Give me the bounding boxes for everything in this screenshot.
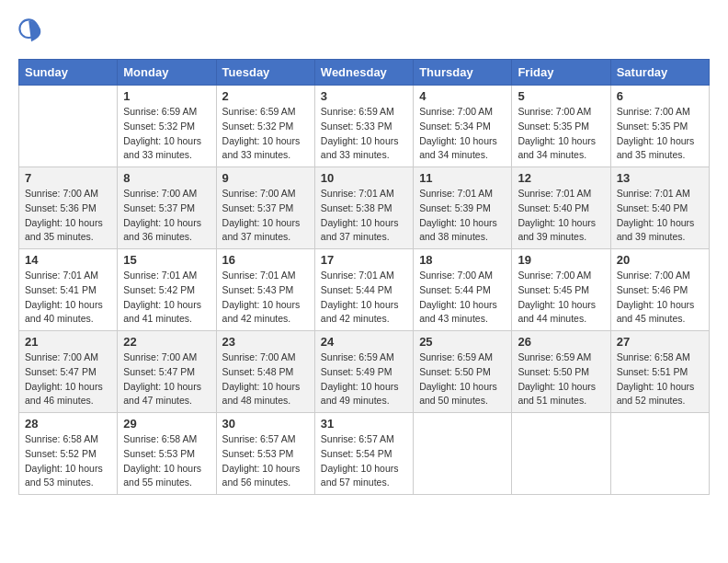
logo <box>18 18 48 44</box>
day-info: Sunrise: 7:00 AMSunset: 5:47 PMDaylight:… <box>25 351 103 406</box>
day-header-wednesday: Wednesday <box>314 60 413 86</box>
day-header-tuesday: Tuesday <box>216 60 314 86</box>
calendar-day: 25Sunrise: 6:59 AMSunset: 5:50 PMDayligh… <box>414 331 512 413</box>
calendar-day: 29Sunrise: 6:58 AMSunset: 5:53 PMDayligh… <box>118 413 216 495</box>
calendar-day: 22Sunrise: 7:00 AMSunset: 5:47 PMDayligh… <box>118 331 216 413</box>
calendar-day <box>512 413 610 495</box>
calendar-day: 3Sunrise: 6:59 AMSunset: 5:33 PMDaylight… <box>314 86 413 167</box>
calendar-week-1: 1Sunrise: 6:59 AMSunset: 5:32 PMDaylight… <box>19 86 710 167</box>
day-header-saturday: Saturday <box>610 60 709 86</box>
calendar-day: 13Sunrise: 7:01 AMSunset: 5:40 PMDayligh… <box>610 167 709 249</box>
day-number: 21 <box>25 335 111 349</box>
calendar-day: 1Sunrise: 6:59 AMSunset: 5:32 PMDaylight… <box>118 86 216 167</box>
day-number: 23 <box>222 335 309 349</box>
day-info: Sunrise: 6:59 AMSunset: 5:33 PMDaylight:… <box>321 106 399 160</box>
day-info: Sunrise: 7:00 AMSunset: 5:35 PMDaylight:… <box>518 106 596 160</box>
day-info: Sunrise: 7:01 AMSunset: 5:40 PMDaylight:… <box>518 188 596 242</box>
day-info: Sunrise: 6:59 AMSunset: 5:32 PMDaylight:… <box>123 106 201 160</box>
day-number: 16 <box>222 253 309 267</box>
page-header <box>18 18 710 44</box>
day-info: Sunrise: 6:57 AMSunset: 5:54 PMDaylight:… <box>321 433 399 488</box>
calendar-day: 16Sunrise: 7:01 AMSunset: 5:43 PMDayligh… <box>216 249 314 331</box>
calendar-day: 26Sunrise: 6:59 AMSunset: 5:50 PMDayligh… <box>512 331 610 413</box>
day-number: 25 <box>419 335 506 349</box>
calendar-day <box>610 413 709 495</box>
day-info: Sunrise: 7:01 AMSunset: 5:41 PMDaylight:… <box>25 270 103 324</box>
day-number: 29 <box>123 417 210 431</box>
day-header-friday: Friday <box>512 60 610 86</box>
calendar-day: 12Sunrise: 7:01 AMSunset: 5:40 PMDayligh… <box>512 167 610 249</box>
day-number: 31 <box>321 417 407 431</box>
calendar-week-5: 28Sunrise: 6:58 AMSunset: 5:52 PMDayligh… <box>19 413 710 495</box>
day-info: Sunrise: 7:00 AMSunset: 5:45 PMDaylight:… <box>518 270 596 324</box>
calendar-day: 15Sunrise: 7:01 AMSunset: 5:42 PMDayligh… <box>118 249 216 331</box>
day-info: Sunrise: 7:00 AMSunset: 5:47 PMDaylight:… <box>123 351 201 406</box>
day-number: 10 <box>321 171 407 185</box>
day-info: Sunrise: 7:00 AMSunset: 5:46 PMDaylight:… <box>617 270 695 324</box>
calendar-day: 17Sunrise: 7:01 AMSunset: 5:44 PMDayligh… <box>314 249 413 331</box>
day-number: 8 <box>123 171 210 185</box>
calendar-header: SundayMondayTuesdayWednesdayThursdayFrid… <box>19 60 710 86</box>
calendar-day: 5Sunrise: 7:00 AMSunset: 5:35 PMDaylight… <box>512 86 610 167</box>
day-number: 15 <box>123 253 210 267</box>
calendar-day: 4Sunrise: 7:00 AMSunset: 5:34 PMDaylight… <box>414 86 512 167</box>
calendar-day: 11Sunrise: 7:01 AMSunset: 5:39 PMDayligh… <box>414 167 512 249</box>
day-header-thursday: Thursday <box>414 60 512 86</box>
day-number: 18 <box>419 253 506 267</box>
day-number: 3 <box>321 89 407 103</box>
day-info: Sunrise: 7:01 AMSunset: 5:42 PMDaylight:… <box>123 270 201 324</box>
logo-icon <box>18 18 44 44</box>
calendar-day: 31Sunrise: 6:57 AMSunset: 5:54 PMDayligh… <box>314 413 413 495</box>
day-info: Sunrise: 7:01 AMSunset: 5:40 PMDaylight:… <box>617 188 695 242</box>
calendar-day: 19Sunrise: 7:00 AMSunset: 5:45 PMDayligh… <box>512 249 610 331</box>
day-info: Sunrise: 7:00 AMSunset: 5:44 PMDaylight:… <box>419 270 497 324</box>
calendar-day <box>19 86 118 167</box>
calendar-day: 2Sunrise: 6:59 AMSunset: 5:32 PMDaylight… <box>216 86 314 167</box>
day-number: 19 <box>518 253 604 267</box>
calendar-day <box>414 413 512 495</box>
calendar-week-4: 21Sunrise: 7:00 AMSunset: 5:47 PMDayligh… <box>19 331 710 413</box>
day-number: 9 <box>222 171 309 185</box>
calendar-day: 9Sunrise: 7:00 AMSunset: 5:37 PMDaylight… <box>216 167 314 249</box>
day-number: 1 <box>123 89 210 103</box>
day-info: Sunrise: 6:58 AMSunset: 5:53 PMDaylight:… <box>123 433 201 488</box>
day-number: 28 <box>25 417 111 431</box>
calendar-day: 18Sunrise: 7:00 AMSunset: 5:44 PMDayligh… <box>414 249 512 331</box>
day-number: 5 <box>518 89 604 103</box>
day-header-monday: Monday <box>118 60 216 86</box>
calendar-day: 10Sunrise: 7:01 AMSunset: 5:38 PMDayligh… <box>314 167 413 249</box>
calendar-day: 6Sunrise: 7:00 AMSunset: 5:35 PMDaylight… <box>610 86 709 167</box>
day-info: Sunrise: 7:00 AMSunset: 5:48 PMDaylight:… <box>222 351 301 406</box>
calendar-day: 23Sunrise: 7:00 AMSunset: 5:48 PMDayligh… <box>216 331 314 413</box>
day-info: Sunrise: 6:58 AMSunset: 5:52 PMDaylight:… <box>25 433 103 488</box>
day-number: 24 <box>321 335 407 349</box>
calendar-day: 7Sunrise: 7:00 AMSunset: 5:36 PMDaylight… <box>19 167 118 249</box>
day-number: 13 <box>617 171 703 185</box>
day-info: Sunrise: 7:00 AMSunset: 5:34 PMDaylight:… <box>419 106 497 160</box>
calendar-table: SundayMondayTuesdayWednesdayThursdayFrid… <box>18 59 710 495</box>
calendar-week-2: 7Sunrise: 7:00 AMSunset: 5:36 PMDaylight… <box>19 167 710 249</box>
day-info: Sunrise: 7:01 AMSunset: 5:38 PMDaylight:… <box>321 188 399 242</box>
calendar-day: 24Sunrise: 6:59 AMSunset: 5:49 PMDayligh… <box>314 331 413 413</box>
calendar-day: 27Sunrise: 6:58 AMSunset: 5:51 PMDayligh… <box>610 331 709 413</box>
day-info: Sunrise: 6:58 AMSunset: 5:51 PMDaylight:… <box>617 351 695 406</box>
day-info: Sunrise: 7:00 AMSunset: 5:37 PMDaylight:… <box>123 188 201 242</box>
day-info: Sunrise: 6:59 AMSunset: 5:49 PMDaylight:… <box>321 351 399 406</box>
day-info: Sunrise: 6:57 AMSunset: 5:53 PMDaylight:… <box>222 433 301 488</box>
calendar-day: 8Sunrise: 7:00 AMSunset: 5:37 PMDaylight… <box>118 167 216 249</box>
day-number: 22 <box>123 335 210 349</box>
day-number: 17 <box>321 253 407 267</box>
day-number: 4 <box>419 89 506 103</box>
day-info: Sunrise: 7:01 AMSunset: 5:44 PMDaylight:… <box>321 270 399 324</box>
calendar-week-3: 14Sunrise: 7:01 AMSunset: 5:41 PMDayligh… <box>19 249 710 331</box>
day-number: 7 <box>25 171 111 185</box>
calendar-day: 28Sunrise: 6:58 AMSunset: 5:52 PMDayligh… <box>19 413 118 495</box>
calendar-day: 20Sunrise: 7:00 AMSunset: 5:46 PMDayligh… <box>610 249 709 331</box>
day-header-sunday: Sunday <box>19 60 118 86</box>
day-number: 14 <box>25 253 111 267</box>
day-info: Sunrise: 6:59 AMSunset: 5:50 PMDaylight:… <box>419 351 497 406</box>
day-number: 26 <box>518 335 604 349</box>
day-number: 2 <box>222 89 309 103</box>
day-info: Sunrise: 7:00 AMSunset: 5:37 PMDaylight:… <box>222 188 301 242</box>
day-info: Sunrise: 6:59 AMSunset: 5:32 PMDaylight:… <box>222 106 301 160</box>
